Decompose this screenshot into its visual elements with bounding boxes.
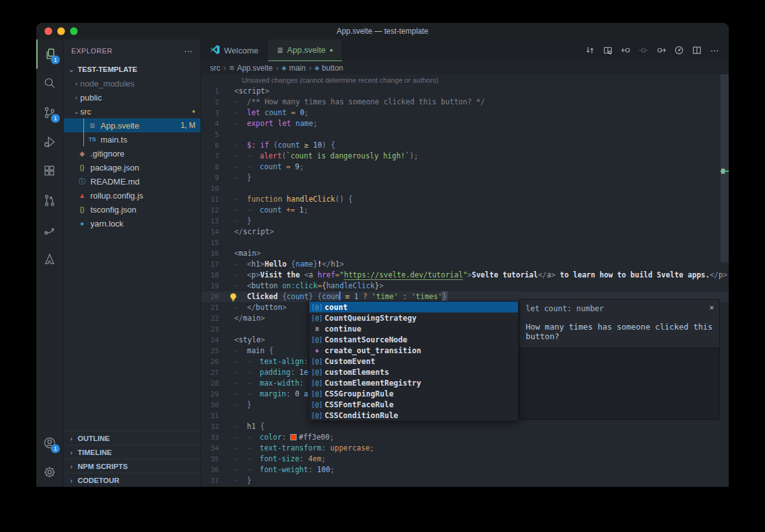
tab-whitespace-icon: → <box>234 389 247 400</box>
code-line-37[interactable]: 37→} <box>201 475 729 486</box>
activity-search-icon[interactable] <box>36 69 63 98</box>
breadcrumb-item-main[interactable]: ◈main <box>281 64 305 73</box>
symbol-variable-icon: [@] <box>309 379 325 386</box>
suggest-item-ConstantSourceNode[interactable]: [@]ConstantSourceNode <box>309 334 518 345</box>
open-changes-editor-icon[interactable] <box>600 43 615 58</box>
code-token: uppercase <box>330 444 370 452</box>
tab-whitespace-icon: → <box>234 205 247 216</box>
suggest-item-CustomElementRegistry[interactable]: [@]CustomElementRegistry <box>309 377 518 388</box>
code-token: = <box>335 270 340 279</box>
activity-accounts-icon[interactable]: 1 <box>36 428 63 458</box>
explorer-actions-icon[interactable]: ⋯ <box>184 46 193 56</box>
activity-live-share-icon[interactable] <box>36 215 63 244</box>
tree-item-rollup.config.js[interactable]: ▲rollup.config.js <box>64 188 200 202</box>
breadcrumb-item-app-svelte[interactable]: ≣App.svelte <box>229 64 272 73</box>
code-line-7[interactable]: 7→→alert(`count is dangerously high!`); <box>201 151 729 162</box>
code-token: main <box>247 346 265 355</box>
sidebar-section-codetour[interactable]: ›CODETOUR <box>64 473 200 487</box>
close-icon[interactable]: ✕ <box>710 303 714 312</box>
code-line-16[interactable]: 16<main> <box>201 248 729 259</box>
code-line-5[interactable]: 5 <box>201 129 729 140</box>
tree-item-main.ts[interactable]: TSmain.ts <box>64 132 200 146</box>
tree-item-package.json[interactable]: {}package.json <box>64 160 200 174</box>
sidebar-section-npm-scripts[interactable]: ›NPM SCRIPTS <box>64 459 200 473</box>
more-actions-icon[interactable]: ⋯ <box>707 43 722 58</box>
code-line-12[interactable]: 12→→count += 1; <box>201 205 729 216</box>
tree-item-tsconfig.json[interactable]: {}tsconfig.json <box>64 202 200 216</box>
code-line-3[interactable]: 3→let count = 0; <box>201 108 729 118</box>
tree-item-public[interactable]: ›public <box>64 90 200 104</box>
suggest-item-CSSConditionRule[interactable]: [@]CSSConditionRule <box>309 410 518 421</box>
code-line-2[interactable]: 2→/** How many times has someone clicked… <box>201 97 729 108</box>
project-root-row[interactable]: ⌄ TEST-TEMPLATE <box>64 62 200 76</box>
activity-explorer-icon[interactable]: 1 <box>36 39 63 69</box>
code-line-19[interactable]: 19→<button on:click={handleClick}> <box>201 281 729 291</box>
sidebar-section-outline[interactable]: ›OUTLINE <box>64 431 200 445</box>
activity-pull-requests-icon[interactable] <box>36 186 63 215</box>
titlebar[interactable]: App.svelte — test-template <box>36 23 729 39</box>
code-line-4[interactable]: 4→export let name; <box>201 118 729 129</box>
code-line-8[interactable]: 8→→count = 9; <box>201 162 729 172</box>
suggest-item-customElements[interactable]: [@]customElements <box>309 367 518 377</box>
tree-item-src[interactable]: ⌄src● <box>64 104 200 118</box>
activity-azure-icon[interactable] <box>36 244 63 274</box>
code-token: color <box>260 433 282 442</box>
breadcrumb-item-src[interactable]: src <box>210 64 220 73</box>
code-line-32[interactable]: 32→h1 { <box>201 421 729 432</box>
symbol-variable-icon: [@] <box>309 314 325 321</box>
tree-item-.gitignore[interactable]: ◆.gitignore <box>64 146 200 160</box>
chevron-down-icon: ⌄ <box>73 108 80 116</box>
tree-item-README.md[interactable]: ⓘREADME.md <box>64 174 200 188</box>
tab-whitespace-icon: → <box>234 346 247 356</box>
tab-app-svelte[interactable]: ≣App.svelte● <box>268 39 342 61</box>
navigate-back-icon[interactable] <box>618 43 633 58</box>
sidebar-section-timeline[interactable]: ›TIMELINE <box>64 445 200 459</box>
activity-settings-icon[interactable] <box>36 458 63 487</box>
code-line-18[interactable]: 18→<p>Visit the <a href="https://svelte.… <box>201 270 729 281</box>
badge-count: 1 <box>51 114 60 123</box>
tree-item-yarn.lock[interactable]: ●yarn.lock <box>64 216 200 230</box>
suggest-item-CSSGroupingRule[interactable]: [@]CSSGroupingRule <box>309 388 518 399</box>
next-change-icon[interactable] <box>654 43 669 58</box>
suggest-item-CustomEvent[interactable]: [@]CustomEvent <box>309 356 518 367</box>
code-line-34[interactable]: 34→→text-transform: uppercase; <box>201 443 729 454</box>
code-token: } <box>247 400 251 409</box>
code-line-11[interactable]: 11→function handleClick() { <box>201 194 729 205</box>
code-line-33[interactable]: 33→→color: #ff3e00; <box>201 432 729 443</box>
suggest-item-create_out_transition[interactable]: ◈create_out_transition <box>309 345 518 356</box>
tree-item-node_modules[interactable]: ›node_modules <box>64 76 200 90</box>
suggest-item-CountQueuingStrategy[interactable]: [@]CountQueuingStrategy <box>309 312 518 323</box>
code-line-36[interactable]: 36→→font-weight: 100; <box>201 465 729 475</box>
code-line-15[interactable]: 15 <box>201 237 729 248</box>
run-profile-icon[interactable] <box>671 43 687 58</box>
suggest-item-CSSFontFaceRule[interactable]: [@]CSSFontFaceRule <box>309 399 518 410</box>
ellipsis-glyph: ⋯ <box>710 45 719 55</box>
breadcrumb-item-button[interactable]: ◈button <box>314 64 343 73</box>
code-line-9[interactable]: 9→} <box>201 172 729 183</box>
activity-extensions-icon[interactable] <box>36 157 63 186</box>
code-line-17[interactable]: 17→<h1>Hello {name}!</h1> <box>201 259 729 270</box>
code-token: > <box>260 260 265 269</box>
tab-welcome[interactable]: Welcome <box>201 39 268 61</box>
suggest-item-label: CSSGroupingRule <box>325 389 393 398</box>
split-editor-icon[interactable] <box>689 43 705 58</box>
code-line-13[interactable]: 13→} <box>201 216 729 227</box>
code-line-10[interactable]: 10 <box>201 183 729 194</box>
code-line-35[interactable]: 35→→font-size: 4em; <box>201 454 729 465</box>
code-editor[interactable]: Unsaved changes (cannot determine recent… <box>201 74 729 487</box>
suggest-item-continue[interactable]: ≣continue <box>309 323 518 334</box>
symbol-variable-icon: [@] <box>309 336 325 343</box>
code-line-6[interactable]: 6→$: if (count ≥ 10) { <box>201 140 729 151</box>
scrollbar[interactable] <box>720 74 729 487</box>
tree-item-App.svelte[interactable]: ≣App.svelte1, M <box>64 118 200 132</box>
code-token: let <box>277 119 291 128</box>
compare-changes-icon[interactable] <box>582 43 598 58</box>
activity-source-control-icon[interactable]: 1 <box>36 98 63 127</box>
code-token: = <box>286 162 291 171</box>
code-token <box>290 434 297 440</box>
code-line-1[interactable]: 1<script> <box>201 86 729 97</box>
file-tree: ›node_modules›public⌄src●≣App.svelte1, M… <box>64 76 200 431</box>
code-line-14[interactable]: 14</script> <box>201 227 729 237</box>
activity-run-debug-icon[interactable] <box>36 127 63 157</box>
suggest-item-count[interactable]: [@]count <box>309 302 518 312</box>
